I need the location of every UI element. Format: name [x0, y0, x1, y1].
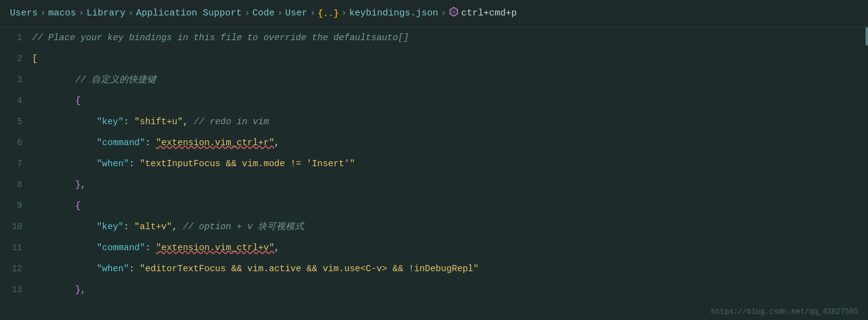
line-content-4: {: [32, 90, 868, 111]
sep2: ›: [79, 8, 84, 19]
code-line-5: 5 "key": "shift+u", // redo in vim: [0, 111, 868, 132]
sep7: ›: [341, 8, 347, 19]
code-line-12: 12 "when": "editorTextFocus && vim.activ…: [0, 258, 868, 279]
line-content-6: "command": "extension.vim_ctrl+r",: [32, 132, 868, 153]
code-line-8: 8 },: [0, 174, 868, 195]
line-num-12: 12: [0, 258, 32, 279]
line-num-7: 7: [0, 153, 32, 174]
editor-area: 1 // Place your key bindings in this fil…: [0, 27, 868, 320]
line-content-12: "when": "editorTextFocus && vim.active &…: [32, 258, 868, 279]
line-num-1: 1: [0, 27, 32, 48]
line-num-5: 5: [0, 111, 32, 132]
code-line-6: 6 "command": "extension.vim_ctrl+r",: [0, 132, 868, 153]
sep1: ›: [40, 8, 46, 19]
code-container: 1 // Place your key bindings in this fil…: [0, 27, 868, 320]
code-line-2: 2 [: [0, 48, 868, 69]
code-line-9: 9 {: [0, 195, 868, 216]
line-num-2: 2: [0, 48, 32, 69]
line-num-4: 4: [0, 90, 32, 111]
code-line-7: 7 "when": "textInputFocus && vim.mode !=…: [0, 153, 868, 174]
sep6: ›: [310, 8, 315, 19]
code-line-1: 1 // Place your key bindings in this fil…: [0, 27, 868, 48]
breadcrumb-filename[interactable]: keybindings.json: [349, 8, 438, 19]
watermark: https://blog.csdn.net/qq_43827595: [711, 308, 858, 316]
breadcrumb-appsupport[interactable]: Application Support: [136, 8, 242, 19]
code-line-11: 11 "command": "extension.vim_ctrl+v",: [0, 237, 868, 258]
line-content-13: },: [32, 279, 868, 300]
breadcrumb-symbol[interactable]: ctrl+cmd+p: [461, 8, 517, 19]
scrollbar[interactable]: [866, 27, 868, 320]
breadcrumb-library[interactable]: Library: [87, 8, 126, 19]
breadcrumb-code[interactable]: Code: [252, 8, 274, 19]
breadcrumb-user[interactable]: User: [285, 8, 307, 19]
sep3: ›: [128, 8, 134, 19]
breadcrumb-macos[interactable]: macos: [48, 8, 76, 19]
line-num-6: 6: [0, 132, 32, 153]
sep4: ›: [244, 8, 250, 19]
line-content-5: "key": "shift+u", // redo in vim: [32, 111, 868, 132]
line-num-11: 11: [0, 237, 32, 258]
line-num-3: 3: [0, 69, 32, 90]
breadcrumb-braces[interactable]: {..}: [318, 9, 339, 19]
code-line-10: 10 "key": "alt+v", // option + v 块可视模式: [0, 216, 868, 237]
line-content-11: "command": "extension.vim_ctrl+v",: [32, 237, 868, 258]
code-line-3: 3 // 自定义的快捷键: [0, 69, 868, 90]
breadcrumb-bar: Users › macos › Library › Application Su…: [0, 0, 868, 27]
line-content-7: "when": "textInputFocus && vim.mode != '…: [32, 153, 868, 174]
line-num-10: 10: [0, 216, 32, 237]
line-content-1: // Place your key bindings in this file …: [32, 27, 868, 48]
sep8: ›: [441, 8, 446, 19]
breadcrumb-symbol-icon: [449, 7, 459, 20]
line-content-9: {: [32, 195, 868, 216]
sep5: ›: [277, 8, 283, 19]
scrollbar-thumb[interactable]: [866, 27, 868, 46]
line-num-13: 13: [0, 279, 32, 300]
line-content-8: },: [32, 174, 868, 195]
line-num-8: 8: [0, 174, 32, 195]
line-content-3: // 自定义的快捷键: [32, 69, 868, 90]
code-line-13: 13 },: [0, 279, 868, 300]
breadcrumb-users[interactable]: Users: [10, 8, 38, 19]
line-content-2: [: [32, 48, 868, 69]
code-line-4: 4 {: [0, 90, 868, 111]
line-num-9: 9: [0, 195, 32, 216]
line-content-10: "key": "alt+v", // option + v 块可视模式: [32, 216, 868, 237]
